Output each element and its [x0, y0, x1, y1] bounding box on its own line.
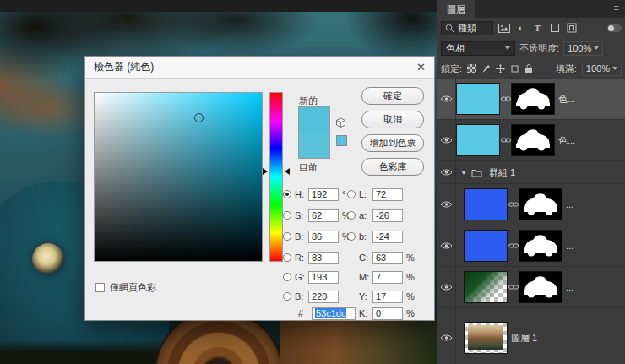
ok-button[interactable]: 確定 [361, 87, 424, 105]
layer-row[interactable]: 色... [438, 120, 625, 161]
web-colors-only-checkbox[interactable] [95, 283, 105, 292]
layer-name[interactable]: 色... [558, 134, 625, 147]
layer-group-row[interactable]: ▼ 群組 1 [438, 161, 625, 184]
panel-menu-icon[interactable]: ≡ [608, 0, 625, 18]
field-input-r[interactable]: 83 [308, 252, 339, 264]
cancel-button[interactable]: 取消 [361, 111, 424, 128]
lock-position-icon[interactable] [496, 64, 505, 73]
add-to-swatches-button[interactable]: 增加到色票 [361, 134, 424, 152]
radio-h[interactable] [283, 190, 291, 198]
layer-thumbnail[interactable] [456, 124, 500, 156]
field-input-a[interactable]: -26 [372, 209, 403, 222]
group-name[interactable]: 群組 1 [489, 166, 625, 179]
field-label-g: G: [295, 272, 308, 282]
visibility-toggle[interactable] [438, 225, 456, 266]
tab-layers[interactable]: 圖層 [438, 0, 475, 18]
visibility-toggle[interactable] [438, 120, 456, 160]
layer-thumbnail[interactable] [456, 83, 500, 115]
layer-name[interactable]: ... [566, 199, 625, 209]
visibility-toggle[interactable] [438, 308, 456, 364]
layer-name[interactable]: 色... [558, 93, 625, 106]
layer-row[interactable]: ... [438, 225, 625, 267]
visibility-toggle[interactable] [438, 161, 456, 183]
web-gamut-warning-cube-icon[interactable] [335, 117, 346, 128]
field-label-b2: B: [295, 291, 308, 302]
field-label-b: B: [295, 231, 308, 242]
field-input-s[interactable]: 62 [308, 209, 339, 222]
layer-row[interactable]: 圖層 1 [438, 308, 625, 364]
fill-value[interactable]: 100% [582, 62, 622, 76]
lock-all-icon[interactable] [524, 63, 533, 73]
visibility-toggle[interactable] [438, 79, 456, 119]
color-libraries-button[interactable]: 色彩庫 [361, 158, 424, 176]
field-input-g[interactable]: 193 [308, 271, 339, 284]
radio-a[interactable] [347, 211, 356, 220]
lock-transparency-icon[interactable] [467, 64, 476, 73]
filter-shape-layers-icon[interactable] [548, 24, 561, 32]
dialog-titlebar[interactable]: 檢色器 (純色) ✕ [85, 57, 434, 79]
layer-name[interactable]: ... [566, 282, 625, 292]
field-input-c[interactable]: 63 [372, 252, 403, 264]
hue-slider-handle-left[interactable] [263, 168, 268, 175]
radio-g[interactable] [283, 273, 291, 281]
layer-mask-thumbnail[interactable] [519, 230, 562, 262]
opacity-value[interactable]: 100% [563, 41, 603, 56]
filter-smart-object-icon[interactable] [565, 23, 578, 33]
lock-artboard-icon[interactable] [510, 64, 519, 73]
layer-thumbnail-image[interactable] [464, 322, 508, 354]
photo-rust-detail [280, 316, 437, 364]
blend-mode-select[interactable]: 色相 [441, 41, 515, 56]
layer-thumbnail-gradient[interactable] [464, 271, 508, 303]
layer-thumbnail[interactable] [464, 188, 508, 220]
visibility-toggle[interactable] [438, 267, 456, 307]
layer-row[interactable]: ... [438, 267, 625, 308]
layer-mask-thumbnail[interactable] [519, 188, 562, 220]
layers-panel: 圖層 ≡ 種類 ◐ T [437, 0, 625, 364]
filter-pixel-layers-icon[interactable] [497, 24, 510, 33]
layer-row[interactable]: 色... [438, 79, 625, 120]
field-input-b2[interactable]: 220 [308, 291, 339, 303]
field-input-b[interactable]: 86 [308, 231, 339, 243]
hue-slider[interactable] [269, 92, 283, 262]
layer-thumbnail[interactable] [464, 230, 508, 262]
layer-mask-thumbnail[interactable] [511, 83, 555, 115]
field-label-l: L: [359, 189, 372, 199]
saturation-brightness-field[interactable] [94, 92, 263, 262]
link-icon [500, 95, 511, 102]
layer-mask-thumbnail[interactable] [519, 271, 562, 303]
radio-b[interactable] [283, 232, 291, 241]
color-marker[interactable] [194, 113, 204, 122]
radio-l[interactable] [347, 190, 356, 198]
filter-type-layers-icon[interactable]: T [531, 24, 544, 33]
field-input-y[interactable]: 17 [372, 291, 403, 303]
close-icon[interactable]: ✕ [416, 62, 426, 73]
layer-name[interactable]: ... [566, 241, 625, 251]
visibility-toggle[interactable] [438, 184, 456, 225]
radio-b2[interactable] [283, 292, 291, 301]
folder-icon [471, 168, 482, 177]
radio-lab-b[interactable] [347, 232, 356, 241]
hue-slider-handle-right[interactable] [285, 168, 290, 175]
filter-adjustment-layers-icon[interactable]: ◐ [514, 24, 527, 33]
web-colors-only-option[interactable]: 僅網頁色彩 [95, 281, 156, 294]
radio-s[interactable] [283, 211, 291, 220]
field-input-l[interactable]: 72 [372, 188, 403, 201]
link-icon [500, 137, 511, 144]
layer-name[interactable]: 圖層 1 [511, 332, 625, 345]
layer-row[interactable]: ... [438, 184, 625, 225]
new-color-label: 新的 [299, 95, 318, 107]
current-color-swatch[interactable] [299, 133, 329, 158]
field-unit-k: % [406, 308, 415, 318]
field-input-m[interactable]: 7 [372, 271, 403, 284]
filter-toggle[interactable] [607, 24, 622, 32]
radio-r[interactable] [283, 253, 291, 262]
field-input-k[interactable]: 0 [372, 307, 403, 320]
lock-pixels-icon[interactable] [481, 64, 491, 73]
field-input-lab-b[interactable]: -24 [372, 231, 403, 243]
web-safe-color-swatch[interactable] [336, 135, 347, 146]
filter-kind-select[interactable]: 種類 [441, 21, 493, 35]
field-label-k: K: [359, 308, 372, 318]
group-expand-chevron-icon[interactable]: ▼ [459, 169, 468, 177]
field-input-h[interactable]: 192 [308, 188, 339, 201]
layer-mask-thumbnail[interactable] [511, 124, 555, 156]
